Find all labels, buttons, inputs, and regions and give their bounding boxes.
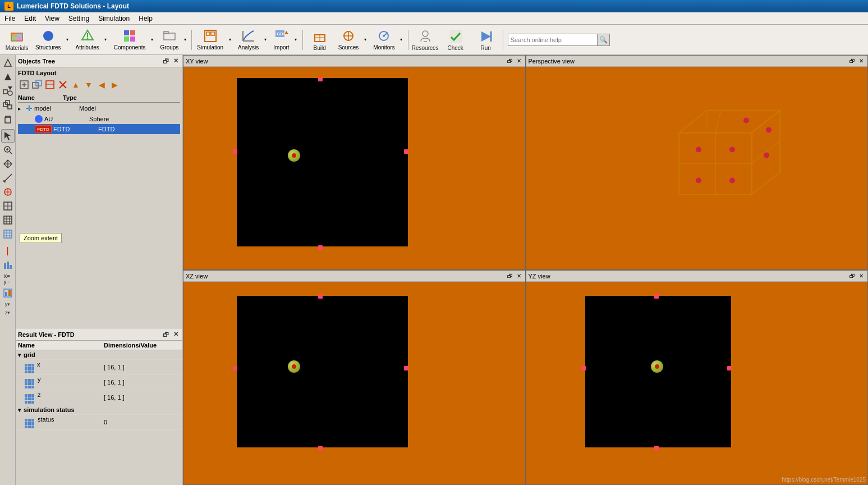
xy-restore-btn[interactable]: 🗗 [506, 57, 514, 65]
grid-y-value: [ 16, 1 ] [102, 375, 182, 390]
xy-handle-right [404, 149, 408, 154]
persp-restore-btn[interactable]: 🗗 [848, 57, 856, 65]
tool-bar-v[interactable]: | [1, 244, 15, 258]
persp-canvas[interactable] [526, 67, 868, 269]
monitors-dropdown[interactable]: ▾ [398, 27, 406, 53]
attributes-dropdown[interactable]: ▾ [102, 27, 110, 53]
menu-view[interactable]: View [40, 13, 64, 24]
menu-file[interactable]: File [0, 13, 20, 24]
menu-edit[interactable]: Edit [20, 13, 40, 24]
tool-grid1[interactable] [1, 213, 15, 227]
xz-restore-btn[interactable]: 🗗 [506, 272, 514, 280]
expand-simstatus[interactable]: ▾ [18, 407, 21, 413]
menu-setting[interactable]: Setting [64, 13, 94, 24]
import-button-group[interactable]: GDS Import ▾ [270, 27, 300, 53]
tool-perspective[interactable] [1, 185, 15, 199]
xz-close-btn[interactable]: ✕ [515, 272, 523, 280]
tool-triangle[interactable] [1, 70, 15, 84]
check-button[interactable]: Check [441, 27, 470, 53]
yz-restore-btn[interactable]: 🗗 [848, 272, 856, 280]
tool-shapes[interactable] [1, 84, 15, 98]
build-button[interactable]: Build [305, 27, 334, 53]
structures-dropdown[interactable]: ▾ [64, 27, 72, 53]
run-button[interactable]: Run [471, 27, 500, 53]
tool-zoom-extent[interactable] [1, 199, 15, 213]
attributes-button-group[interactable]: Attributes ▾ [73, 27, 110, 53]
groups-button[interactable]: Groups [158, 27, 182, 53]
search-button[interactable]: 🔍 [598, 34, 610, 46]
tool-chart2[interactable] [1, 286, 15, 300]
panel-restore-btn[interactable]: 🗗 [161, 57, 170, 66]
tool-grid2[interactable] [1, 227, 15, 241]
sources-button[interactable]: Sources [336, 27, 362, 53]
components-button[interactable]: Components [111, 27, 149, 53]
expand-grid[interactable]: ▾ [18, 352, 21, 358]
result-group-simstatus: ▾ simulation status [16, 405, 182, 415]
tool-zoom[interactable] [1, 143, 15, 157]
groups-button-group[interactable]: Groups ▾ [158, 27, 190, 53]
components-dropdown[interactable]: ▾ [149, 27, 157, 53]
structures-button-group[interactable]: Structures ▾ [33, 27, 72, 53]
tree-right-btn[interactable]: ▶ [108, 79, 121, 91]
svg-point-99 [729, 177, 735, 183]
yz-close-btn[interactable]: ✕ [857, 272, 865, 280]
xy-canvas[interactable] [183, 67, 525, 269]
svg-point-31 [383, 35, 385, 37]
tree-desel-btn[interactable] [57, 79, 69, 91]
tool-pan[interactable] [1, 157, 15, 171]
structures-button[interactable]: Structures [33, 27, 64, 53]
analysis-button[interactable]: Analysis [235, 27, 261, 53]
tree-row-fdtd[interactable]: FDTD FDTD FDTD [18, 124, 180, 134]
search-input[interactable] [508, 34, 598, 46]
groups-dropdown[interactable]: ▾ [181, 27, 189, 53]
build-icon [312, 29, 328, 44]
attributes-button[interactable]: Attributes [73, 27, 102, 53]
menu-simulation[interactable]: Simulation [94, 13, 134, 24]
analysis-dropdown[interactable]: ▾ [261, 27, 269, 53]
simulation-button-group[interactable]: Simulation ▾ [194, 27, 234, 53]
svg-rect-4 [17, 37, 22, 41]
xz-canvas[interactable] [183, 282, 525, 484]
materials-button[interactable]: Materials [2, 27, 31, 53]
tree-add-btn[interactable] [18, 79, 30, 91]
tool-script[interactable]: X=y← [1, 272, 15, 286]
tree-down-btn[interactable]: ▼ [82, 79, 95, 91]
menu-help[interactable]: Help [134, 13, 157, 24]
tool-measure[interactable] [1, 171, 15, 185]
simulation-dropdown[interactable]: ▾ [226, 27, 234, 53]
monitors-button[interactable]: Monitors [370, 27, 397, 53]
sources-button-group[interactable]: Sources ▾ [336, 27, 370, 53]
svg-point-97 [729, 147, 735, 152]
tree-select-btn[interactable] [44, 79, 56, 91]
import-button[interactable]: GDS Import [270, 27, 292, 53]
simulation-button[interactable]: Simulation [194, 27, 226, 53]
panel-close-btn[interactable]: ✕ [171, 57, 180, 66]
tool-delete[interactable] [1, 112, 15, 126]
tool-arrow-up[interactable] [1, 56, 15, 70]
tree-left-btn[interactable]: ◀ [95, 79, 108, 91]
tree-row-au[interactable]: AU Sphere [18, 114, 180, 124]
expand-model[interactable]: ▸ [18, 106, 26, 112]
run-icon [478, 29, 494, 44]
xz-header-icons: 🗗 ✕ [506, 272, 523, 280]
tool-select[interactable] [1, 129, 15, 143]
sources-dropdown[interactable]: ▾ [361, 27, 369, 53]
xy-close-btn[interactable]: ✕ [515, 57, 523, 65]
xy-handle-left [233, 149, 237, 154]
tree-row-model[interactable]: ▸ ✛ model Model [18, 103, 180, 114]
persp-close-btn[interactable]: ✕ [857, 57, 865, 65]
analysis-button-group[interactable]: Analysis ▾ [235, 27, 269, 53]
tool-multiobj[interactable] [1, 98, 15, 112]
components-button-group[interactable]: Components ▾ [111, 27, 157, 53]
result-restore-btn[interactable]: 🗗 [161, 330, 170, 339]
resources-button[interactable]: Resources [411, 27, 440, 53]
yz-canvas[interactable] [526, 282, 868, 484]
result-col-name: Name [16, 341, 102, 350]
tree-group-btn[interactable] [31, 79, 43, 91]
tool-chart[interactable] [1, 258, 15, 272]
import-dropdown[interactable]: ▾ [292, 27, 300, 53]
monitors-button-group[interactable]: Monitors ▾ [370, 27, 405, 53]
result-close-btn[interactable]: ✕ [171, 330, 180, 339]
yz-handle-bottom [654, 446, 659, 450]
tree-up-btn[interactable]: ▲ [70, 79, 82, 91]
